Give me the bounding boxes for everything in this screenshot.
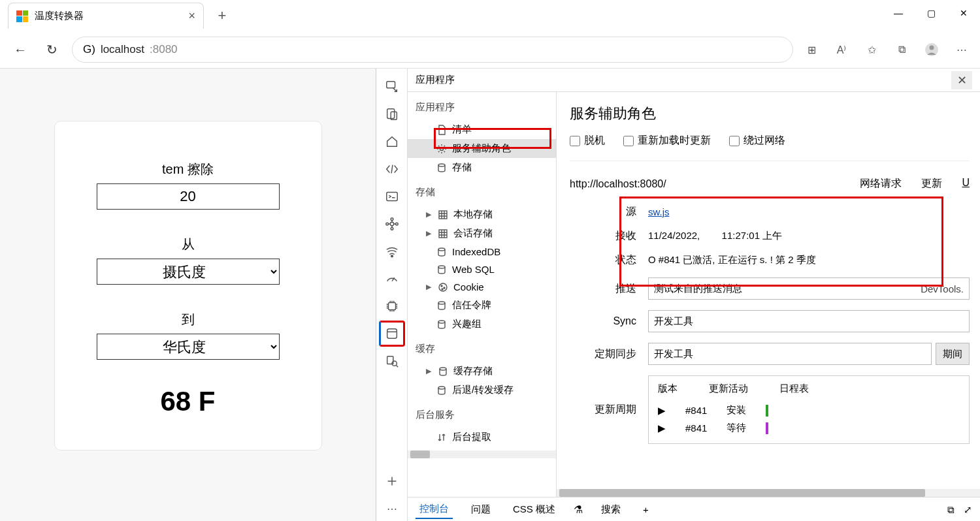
devtools-close-icon[interactable]: ✕	[951, 71, 972, 89]
svg-rect-13	[387, 329, 397, 339]
converter-card: tem 擦除 从 摄氏度 到 华氏度 68 F	[54, 121, 322, 450]
search-tool-icon[interactable]	[379, 348, 405, 374]
tree-item-service-workers[interactable]: 服务辅助角色	[408, 139, 556, 158]
tab-close-icon[interactable]: ×	[188, 9, 195, 23]
more-icon[interactable]: ⋯	[953, 40, 971, 59]
tree-section-storage: 存储	[408, 177, 556, 205]
sw-link-update[interactable]: 更新	[921, 177, 942, 191]
new-tab-button[interactable]: +	[209, 7, 235, 24]
tem-input[interactable]	[97, 183, 280, 210]
drawer-tab-css[interactable]: CSS 概述	[509, 501, 559, 518]
sw-period-button[interactable]: 期间	[936, 343, 970, 365]
url-port: :8080	[150, 43, 178, 56]
sw-link-unregister[interactable]: U	[962, 177, 970, 191]
apps-icon[interactable]: ⊞	[802, 40, 821, 59]
flask-icon[interactable]: ⚗	[574, 503, 583, 516]
svg-point-21	[438, 266, 445, 268]
cycle-row[interactable]: ▶#841安装	[658, 402, 960, 419]
tree-item-cache-storage[interactable]: ▶缓存存储	[408, 362, 556, 381]
read-aloud-icon[interactable]: A⁾	[832, 40, 851, 59]
sw-check-offline[interactable]: 脱机	[570, 134, 605, 148]
tree-section-cache: 缓存	[408, 334, 556, 362]
svg-point-20	[438, 248, 445, 251]
svg-point-24	[444, 287, 445, 289]
tab-title: 温度转换器	[35, 10, 182, 22]
drawer-tab-issues[interactable]: 问题	[467, 501, 495, 518]
tree-item-cookies[interactable]: ▶Cookie	[408, 278, 556, 296]
sw-sync-input[interactable]: 开发工具	[648, 310, 970, 332]
add-tool-icon[interactable]	[379, 468, 405, 494]
tree-item-indexeddb[interactable]: IndexedDB	[408, 243, 556, 260]
tree-section-app: 应用程序	[408, 92, 556, 120]
svg-point-17	[438, 164, 445, 166]
url-prefix: G)	[83, 43, 95, 56]
svg-point-25	[442, 289, 443, 290]
tree-item-session-storage[interactable]: ▶会话存储	[408, 224, 556, 243]
svg-point-16	[440, 147, 444, 150]
sw-check-bypass[interactable]: 绕过网络	[729, 134, 785, 148]
sw-origin: http://localhost:8080/	[570, 178, 840, 190]
drawer-add-tab[interactable]: +	[639, 501, 653, 518]
tree-item-websql[interactable]: Web SQL	[408, 260, 556, 278]
tree-item-local-storage[interactable]: ▶本地存储	[408, 205, 556, 224]
tree-item-trust-tokens[interactable]: 信任令牌	[408, 296, 556, 315]
favorites-icon[interactable]: ✩	[862, 40, 881, 59]
drawer-dock-icon[interactable]: ⧉	[947, 504, 955, 516]
sw-check-update-reload[interactable]: 重新加载时更新	[623, 134, 711, 148]
device-icon[interactable]	[379, 101, 405, 127]
window-minimize[interactable]: —	[882, 0, 915, 26]
svg-point-15	[392, 361, 397, 366]
result-text: 68 F	[81, 386, 295, 417]
inspect-icon[interactable]	[379, 74, 405, 100]
drawer-tab-console[interactable]: 控制台	[416, 500, 453, 519]
sw-title: 服务辅助角色	[570, 104, 970, 123]
svg-rect-18	[439, 211, 447, 219]
drawer-tab-search[interactable]: 搜索	[597, 501, 625, 518]
drawer-expand-icon[interactable]: ⤢	[964, 504, 972, 516]
browser-tab[interactable]: 温度转换器 ×	[8, 3, 204, 29]
svg-point-23	[441, 285, 442, 287]
svg-point-8	[391, 228, 393, 230]
window-close[interactable]: ✕	[947, 0, 980, 26]
svg-point-10	[395, 223, 398, 225]
sw-periodic-label: 定期同步	[570, 347, 648, 361]
tree-item-storage[interactable]: 存储	[408, 158, 556, 177]
application-icon[interactable]	[379, 321, 405, 347]
sw-sync-label: Sync	[570, 315, 648, 327]
back-button[interactable]: ←	[9, 39, 31, 61]
tree-item-bg-fetch[interactable]: 后台提取	[408, 428, 556, 447]
tem-label: tem 擦除	[81, 161, 295, 178]
console-icon[interactable]	[379, 183, 405, 210]
cycle-row[interactable]: ▶#841等待	[658, 419, 960, 437]
url-host: localhost	[101, 43, 144, 56]
elements-icon[interactable]	[379, 156, 405, 182]
performance-icon[interactable]	[379, 266, 405, 292]
sources-icon[interactable]	[379, 211, 405, 237]
tree-item-interest-groups[interactable]: 兴趣组	[408, 315, 556, 334]
sw-link-network[interactable]: 网络请求	[860, 177, 902, 191]
network-icon[interactable]	[379, 238, 405, 264]
application-tree: 应用程序 清单 服务辅助角色 存储 存储 ▶本地存储 ▶会话存储 Indexed…	[408, 92, 557, 497]
to-label: 到	[81, 311, 295, 328]
svg-point-7	[391, 218, 393, 221]
sw-cycle-box: 版本 更新活动 日程表 ▶#841安装 ▶#841等待	[648, 375, 970, 444]
tree-item-manifest[interactable]: 清单	[408, 120, 556, 139]
address-bar[interactable]: G) localhost :8080	[72, 37, 793, 63]
welcome-icon[interactable]	[379, 129, 405, 155]
service-worker-panel: 服务辅助角色 脱机 重新加载时更新 绕过网络 http://localhost:…	[557, 92, 980, 497]
devtools-panel: ⋯ 应用程序 ✕ 应用程序 清单 服务辅助角色 存储 存储 ▶本地存储 ▶会话存…	[376, 69, 980, 521]
window-maximize[interactable]: ▢	[915, 0, 947, 26]
refresh-button[interactable]: ↻	[41, 39, 63, 61]
tree-item-bfcache[interactable]: 后退/转发缓存	[408, 381, 556, 400]
collections-icon[interactable]: ⧉	[892, 40, 911, 59]
svg-point-11	[391, 255, 393, 257]
profile-icon[interactable]	[923, 40, 941, 59]
to-select[interactable]: 华氏度	[97, 334, 280, 360]
devtools-title: 应用程序	[416, 74, 455, 86]
page-content: tem 擦除 从 摄氏度 到 华氏度 68 F	[0, 69, 376, 521]
sw-periodic-input[interactable]: 开发工具	[648, 343, 932, 365]
from-select[interactable]: 摄氏度	[97, 259, 280, 285]
settings-dots-icon[interactable]: ⋯	[379, 496, 405, 521]
svg-point-1	[930, 46, 934, 50]
memory-icon[interactable]	[379, 293, 405, 319]
